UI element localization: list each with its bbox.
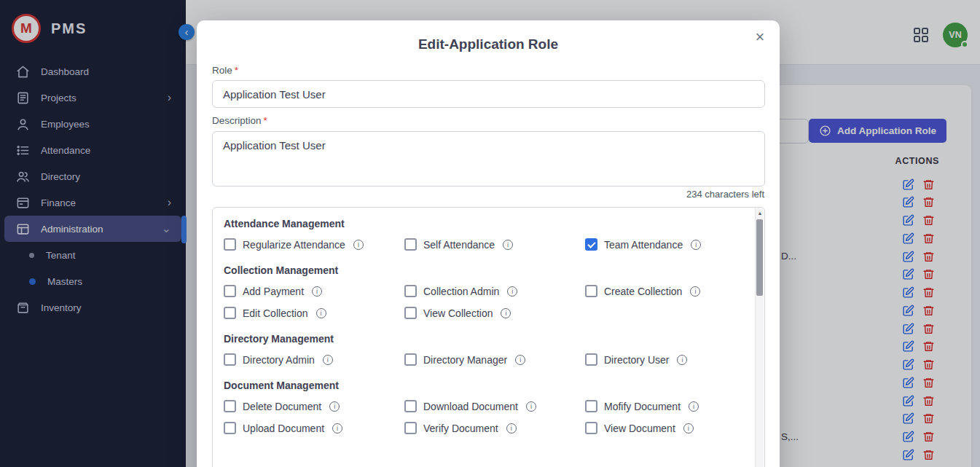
info-icon[interactable]: i — [683, 423, 694, 433]
permission-label: Directory Admin — [243, 354, 315, 366]
checkbox[interactable] — [224, 238, 236, 251]
checkbox-checked[interactable] — [585, 238, 597, 251]
checkbox[interactable] — [224, 353, 236, 366]
info-icon[interactable]: i — [690, 286, 700, 297]
info-icon[interactable]: i — [332, 423, 342, 433]
info-icon[interactable]: i — [312, 286, 322, 297]
modal-title: Edit-Application Role — [197, 36, 780, 52]
required-asterisk: * — [264, 115, 267, 126]
info-icon[interactable]: i — [329, 401, 340, 412]
permission-checkbox-item[interactable]: Upload Documenti — [224, 422, 404, 434]
permission-checkbox-item[interactable]: Delete Documenti — [224, 400, 404, 412]
permission-checkbox-item[interactable]: Create Collectioni — [585, 285, 744, 297]
info-icon[interactable]: i — [503, 240, 513, 250]
permission-checkbox-item[interactable]: Edit Collectioni — [224, 307, 404, 319]
checkbox[interactable] — [585, 422, 597, 434]
permission-checkbox-item[interactable]: Add Paymenti — [224, 285, 404, 297]
checkbox[interactable] — [585, 400, 597, 412]
permission-label: Create Collection — [604, 286, 682, 297]
permission-grid: Regularize AttendanceiSelf AttendanceiTe… — [224, 238, 744, 251]
info-icon[interactable]: i — [506, 423, 517, 433]
checkbox[interactable] — [585, 285, 597, 297]
info-icon[interactable]: i — [507, 286, 517, 297]
info-icon[interactable]: i — [515, 355, 525, 365]
info-icon[interactable]: i — [689, 401, 699, 412]
description-textarea[interactable]: Application Test User — [212, 131, 765, 187]
permission-checkbox-item[interactable]: Directory Admini — [224, 353, 404, 366]
permission-section-title: Document Management — [224, 380, 744, 391]
permission-checkbox-item[interactable]: Mofify Documenti — [585, 400, 744, 412]
permission-section: Directory ManagementDirectory AdminiDire… — [224, 333, 744, 366]
info-icon[interactable]: i — [353, 240, 364, 250]
checkbox[interactable] — [404, 285, 417, 297]
edit-application-role-modal: Edit-Application Role × Role* Descriptio… — [197, 20, 780, 467]
info-icon[interactable]: i — [323, 355, 333, 365]
permission-checkbox-item[interactable]: Download Documenti — [404, 400, 585, 412]
scrollbar-thumb[interactable] — [756, 219, 763, 296]
permission-checkbox-item[interactable]: Verify Documenti — [404, 422, 585, 434]
permission-label: Download Document — [423, 401, 518, 412]
permissions-list: Attendance ManagementRegularize Attendan… — [213, 208, 764, 458]
permission-label: Directory Manager — [423, 354, 507, 366]
permission-label: Mofify Document — [604, 401, 681, 412]
permission-checkbox-item[interactable]: Self Attendancei — [404, 238, 585, 251]
info-icon[interactable]: i — [677, 355, 687, 365]
permission-checkbox-item[interactable]: View Collectioni — [404, 307, 585, 319]
permission-label: View Collection — [423, 307, 493, 319]
checkbox[interactable] — [404, 400, 417, 412]
permission-label: Upload Document — [243, 423, 324, 434]
permission-label: Add Payment — [243, 286, 304, 297]
permissions-panel: Attendance ManagementRegularize Attendan… — [212, 207, 765, 467]
scrollbar[interactable]: ▲ ▼ — [755, 208, 764, 467]
required-asterisk: * — [235, 65, 238, 76]
info-icon[interactable]: i — [501, 308, 511, 318]
checkbox[interactable] — [404, 422, 417, 434]
checkbox[interactable] — [224, 422, 236, 434]
role-label: Role* — [212, 65, 238, 76]
info-icon[interactable]: i — [691, 240, 701, 250]
checkbox[interactable] — [224, 285, 236, 297]
permission-label: View Document — [604, 423, 675, 434]
permission-checkbox-item[interactable]: Team Attendancei — [585, 238, 744, 251]
permission-checkbox-item[interactable]: Collection Admini — [404, 285, 585, 297]
checkbox[interactable] — [404, 307, 417, 319]
checkbox[interactable] — [224, 307, 236, 319]
permission-checkbox-item[interactable]: Directory Useri — [585, 353, 744, 366]
checkbox[interactable] — [404, 238, 417, 251]
permission-grid: Delete DocumentiDownload DocumentiMofify… — [224, 400, 744, 434]
permission-section: Attendance ManagementRegularize Attendan… — [224, 218, 744, 251]
permission-checkbox-item[interactable]: Regularize Attendancei — [224, 238, 404, 251]
checkbox[interactable] — [585, 353, 597, 366]
permission-label: Verify Document — [423, 423, 498, 434]
permission-section-title: Collection Management — [224, 264, 744, 276]
characters-left-counter: 234 characters left — [686, 189, 764, 200]
description-label: Description* — [212, 115, 267, 126]
permission-label: Team Attendance — [604, 239, 683, 251]
permission-section-title: Attendance Management — [224, 218, 744, 229]
permission-section-title: Directory Management — [224, 333, 744, 345]
permission-checkbox-item[interactable]: Directory Manageri — [404, 353, 585, 366]
permission-label: Self Attendance — [423, 239, 495, 251]
close-icon[interactable]: × — [749, 26, 771, 48]
permission-label: Collection Admin — [423, 286, 499, 297]
permission-label: Directory User — [604, 354, 669, 366]
info-icon[interactable]: i — [316, 308, 326, 318]
permission-label: Regularize Attendance — [243, 239, 345, 251]
info-icon[interactable]: i — [526, 401, 536, 412]
permission-label: Delete Document — [243, 401, 321, 412]
permission-grid: Add PaymentiCollection AdminiCreate Coll… — [224, 285, 744, 319]
permission-section: Document ManagementDelete DocumentiDownl… — [224, 380, 744, 434]
permission-section: Collection ManagementAdd PaymentiCollect… — [224, 264, 744, 319]
scroll-up-icon[interactable]: ▲ — [756, 211, 764, 216]
role-input[interactable] — [212, 80, 765, 108]
checkbox[interactable] — [404, 353, 417, 366]
permission-checkbox-item[interactable]: View Documenti — [585, 422, 744, 434]
permission-grid: Directory AdminiDirectory ManageriDirect… — [224, 353, 744, 366]
permission-label: Edit Collection — [243, 307, 308, 319]
checkbox[interactable] — [224, 400, 236, 412]
